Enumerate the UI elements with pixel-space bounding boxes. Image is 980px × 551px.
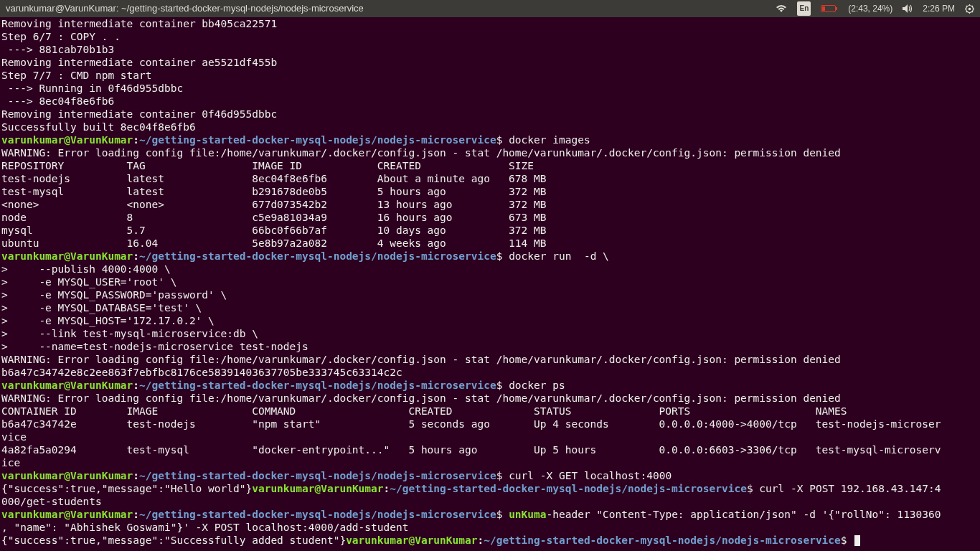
command-continuation: > --link test-mysql-microservice:db \ <box>1 327 979 340</box>
mixed-line: {"success":true,"message":"Successfully … <box>1 534 979 547</box>
command-wrap: 000/get-students <box>1 495 979 508</box>
clock-text: 2:26 PM <box>923 2 955 15</box>
command-continuation: > -e MYSQL_HOST='172.17.0.2' \ <box>1 314 979 327</box>
mixed-line: {"success":true,"message":"Hello world"}… <box>1 482 979 495</box>
command-docker-ps: docker ps <box>509 380 565 391</box>
warning-line: WARNING: Error loading config file:/home… <box>1 353 979 366</box>
prompt-line: varunkumar@VarunKumar:~/getting-started-… <box>1 379 979 392</box>
system-tray: En (2:43, 24%) 2:26 PM <box>776 1 974 16</box>
svg-line-12 <box>972 5 973 6</box>
volume-icon[interactable] <box>903 4 913 13</box>
terminal-cursor <box>854 535 860 546</box>
settings-gear-icon[interactable] <box>965 4 974 14</box>
prompt-line: varunkumar@VarunKumar:~/getting-started-… <box>1 469 979 482</box>
command-curl-get: curl -X GET localhost:4000 <box>509 470 672 481</box>
images-header: REPOSITORY TAG IMAGE ID CREATED SIZE <box>1 159 979 172</box>
prompt-line: varunkumar@VarunKumar:~/getting-started-… <box>1 250 979 263</box>
curl-response: {"success":true,"message":"Hello world"} <box>1 483 252 494</box>
prompt-line: varunkumar@VarunKumar:~/getting-started-… <box>1 508 979 521</box>
ps-header: CONTAINER ID IMAGE COMMAND CREATED STATU… <box>1 405 979 418</box>
command-continuation: > --name=test-nodejs-microservice test-n… <box>1 340 979 353</box>
svg-rect-1 <box>836 7 837 10</box>
terminal-viewport[interactable]: Removing intermediate container bb405ca2… <box>0 17 980 547</box>
command-continuation: > -e MYSQL_DATABASE='test' \ <box>1 301 979 314</box>
image-row: test-mysql latest b291678de0b5 5 hours a… <box>1 185 979 198</box>
svg-line-11 <box>966 11 967 11</box>
battery-text: (2:43, 24%) <box>848 2 892 15</box>
battery-icon[interactable] <box>821 4 838 13</box>
command-continuation: > --publish 4000:4000 \ <box>1 263 979 276</box>
window-titlebar: varunkumar@VarunKumar: ~/getting-started… <box>0 0 980 17</box>
command-continuation: > -e MYSQL_PASSWORD='password' \ <box>1 288 979 301</box>
image-row: mysql 5.7 66bc0f66b7af 10 days ago 372 M… <box>1 224 979 237</box>
curl-response: {"success":true,"message":"Successfully … <box>1 534 346 546</box>
svg-point-4 <box>969 7 971 10</box>
command-docker-images: docker images <box>509 134 590 146</box>
ps-row: b6a47c34742e test-nodejs "npm start" 5 s… <box>1 418 979 443</box>
svg-line-9 <box>966 5 967 6</box>
warning-line: WARNING: Error loading config file:/home… <box>1 392 979 405</box>
window-title: varunkumar@VarunKumar: ~/getting-started… <box>6 2 364 15</box>
input-language-indicator[interactable]: En <box>797 1 811 16</box>
command-curl-post: curl -X POST 192.168.43.147:4 <box>759 483 941 494</box>
image-row: ubuntu 16.04 5e8b97a2a082 4 weeks ago 11… <box>1 237 979 250</box>
svg-rect-2 <box>822 6 825 11</box>
container-hash: b6a47c34742e8c2ee863f7ebfbc8176ce5839140… <box>1 366 979 379</box>
command-docker-run: docker run -d \ <box>509 250 609 262</box>
image-row: node 8 c5e9a81034a9 16 hours ago 673 MB <box>1 211 979 224</box>
command-wrap: , "name": "Abhishek Goswami"}' -X POST l… <box>1 521 979 534</box>
command-curl-addstudent: -header "Content-Type: application/json"… <box>547 509 941 520</box>
wifi-icon[interactable] <box>776 4 787 13</box>
ps-row: 4a82fa5a0294 test-mysql "docker-entrypoi… <box>1 443 979 469</box>
image-row: test-nodejs latest 8ec04f8e6fb6 About a … <box>1 172 979 185</box>
prompt-line: varunkumar@VarunKumar:~/getting-started-… <box>1 133 979 146</box>
warning-line: WARNING: Error loading config file:/home… <box>1 146 979 159</box>
build-output: Removing intermediate container bb405ca2… <box>1 17 979 133</box>
command-continuation: > -e MYSQL_USER='root' \ <box>1 276 979 288</box>
image-row: <none> <none> 677d073542b2 13 hours ago … <box>1 198 979 211</box>
svg-line-10 <box>972 11 973 11</box>
